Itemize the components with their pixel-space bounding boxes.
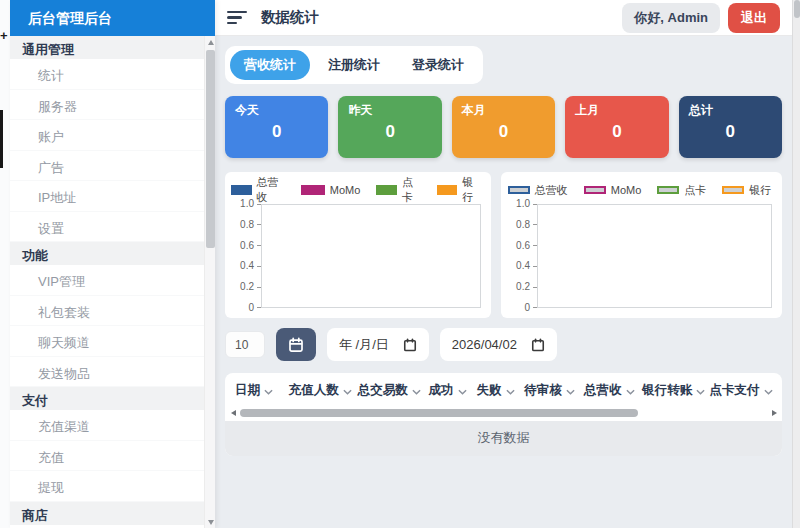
stat-cards-row: 今天 0 昨天 0 本月 0 上月 0 总计 0 [225,96,782,158]
sidebar-item-gift-packages[interactable]: 礼包套装 [10,296,204,327]
legend-swatch-icon [231,185,252,195]
column-header-total-revenue[interactable]: 总营收 [579,382,639,399]
tab-register-stats[interactable]: 注册统计 [314,50,394,80]
sidebar-item-recharge[interactable]: 充值 [10,441,204,472]
page-title: 数据统计 [261,8,319,27]
legend-label: 点卡 [402,175,421,205]
sidebar-item-ip-address[interactable]: IP地址 [10,181,204,212]
chevron-down-icon [696,389,705,395]
scroll-right-arrow-icon[interactable] [770,409,778,417]
sidebar-section-general: 通用管理 [10,36,204,59]
sidebar-scrollbar[interactable] [204,36,215,528]
legend-label: 点卡 [684,183,706,198]
legend-swatch-icon [722,186,744,194]
page-scrollbar-thumb[interactable] [794,0,800,18]
stat-card-this-month: 本月 0 [452,96,555,158]
legend-swatch-icon [437,185,458,195]
charts-row: 总营收 MoMo 点卡 银行 1.0 0.8 0.6 0.4 0.2 0 [225,172,782,318]
scroll-up-arrow-icon[interactable] [205,36,216,48]
horizontal-scrollbar-thumb[interactable] [240,409,638,417]
stat-card-value: 0 [235,122,318,142]
horizontal-scrollbar[interactable] [227,407,780,420]
revenue-line-chart: 总营收 MoMo 点卡 银行 1.0 0.8 0.6 0.4 0.2 0 [501,172,782,318]
calendar-icon [531,338,545,352]
stat-card-label: 昨天 [348,102,431,119]
stat-card-value: 0 [462,122,545,142]
legend-label: MoMo [330,184,361,196]
column-header-card-payment[interactable]: 点卡支付 [708,382,774,399]
page-size-input[interactable] [225,331,265,358]
calendar-icon [288,337,304,353]
stat-card-label: 本月 [462,102,545,119]
scroll-left-arrow-icon[interactable] [229,409,237,417]
sidebar: 后台管理后台 通用管理 统计 服务器 账户 广告 IP地址 设置 功能 VIP管… [10,0,215,528]
topbar-right: 你好, Admin 退出 [622,3,786,33]
column-header-success[interactable]: 成功 [424,382,472,399]
column-header-date[interactable]: 日期 [235,382,286,399]
column-header-total-transactions[interactable]: 总交易数 [355,382,424,399]
filter-row: 年 /月/日 2026/04/02 [225,328,782,361]
empty-table-message: 没有数据 [225,421,782,456]
chevron-down-icon [458,389,467,395]
column-header-pending-review[interactable]: 待审核 [519,382,579,399]
stat-card-value: 0 [575,122,658,142]
logout-button[interactable]: 退出 [728,3,780,33]
chevron-down-icon [566,389,575,395]
legend-label: 银行 [749,183,771,198]
stat-card-label: 今天 [235,102,318,119]
stats-tabbar: 营收统计 注册统计 登录统计 [225,46,483,84]
chart-legend: 总营收 MoMo 点卡 银行 [231,182,481,198]
legend-item: 点卡 [657,183,706,198]
sidebar-item-servers[interactable]: 服务器 [10,90,204,121]
calendar-button[interactable] [276,328,316,361]
sidebar-item-chat-channels[interactable]: 聊天频道 [10,326,204,357]
content: 营收统计 注册统计 登录统计 今天 0 昨天 0 本月 0 上月 0 总计 [215,36,792,528]
edge-dark-bar [0,110,3,168]
legend-item: MoMo [301,184,361,196]
chevron-down-icon [764,389,773,395]
legend-item: 总营收 [508,183,568,198]
date-start-placeholder: 年 /月/日 [339,336,389,354]
tab-revenue-stats[interactable]: 营收统计 [230,50,310,80]
legend-label: 银行 [462,175,481,205]
sidebar-item-settings[interactable]: 设置 [10,212,204,243]
column-header-recharge-users[interactable]: 充值人数 [286,382,355,399]
chevron-down-icon [412,389,421,395]
stat-card-value: 0 [348,122,431,142]
column-header-failed[interactable]: 失败 [472,382,520,399]
topbar: 数据统计 你好, Admin 退出 [215,0,800,36]
date-end-input[interactable]: 2026/04/02 [440,328,557,361]
empty-plot-canvas [537,204,772,308]
sidebar-item-recharge-channels[interactable]: 充值渠道 [10,410,204,441]
stat-card-value: 0 [689,122,772,142]
sidebar-item-send-items[interactable]: 发送物品 [10,357,204,388]
edge-plus-glyph: + [0,28,8,43]
date-end-value: 2026/04/02 [452,337,517,352]
column-header-bank-transfer[interactable]: 银行转账 [639,382,708,399]
page-scrollbar[interactable] [792,0,800,528]
date-start-input[interactable]: 年 /月/日 [327,328,429,361]
chevron-down-icon [506,389,515,395]
sidebar-scrollbar-thumb[interactable] [206,50,215,248]
sidebar-item-accounts[interactable]: 账户 [10,120,204,151]
tab-login-stats[interactable]: 登录统计 [398,50,478,80]
revenue-bar-chart: 总营收 MoMo 点卡 银行 1.0 0.8 0.6 0.4 0.2 0 [225,172,491,318]
data-table: 日期 充值人数 总交易数 成功 失败 待审核 总营收 银行转账 点卡支付 没有数… [225,373,782,456]
sidebar-item-ads[interactable]: 广告 [10,151,204,182]
sidebar-section-features: 功能 [10,242,204,265]
scroll-down-arrow-icon[interactable] [205,516,216,528]
app-brand: 后台管理后台 [10,0,215,36]
user-greeting-badge: 你好, Admin [622,3,720,33]
empty-plot-canvas [261,204,481,308]
y-axis-labels: 1.0 0.8 0.6 0.4 0.2 0 [507,199,537,313]
sidebar-item-withdraw[interactable]: 提现 [10,471,204,502]
hamburger-menu-icon[interactable] [227,8,247,27]
sidebar-item-stats[interactable]: 统计 [10,59,204,90]
calendar-icon [403,338,417,352]
stat-card-yesterday: 昨天 0 [338,96,441,158]
chevron-down-icon [264,389,273,395]
legend-swatch-icon [301,185,325,195]
stat-card-total: 总计 0 [679,96,782,158]
legend-swatch-icon [376,185,397,195]
sidebar-item-vip-management[interactable]: VIP管理 [10,265,204,296]
